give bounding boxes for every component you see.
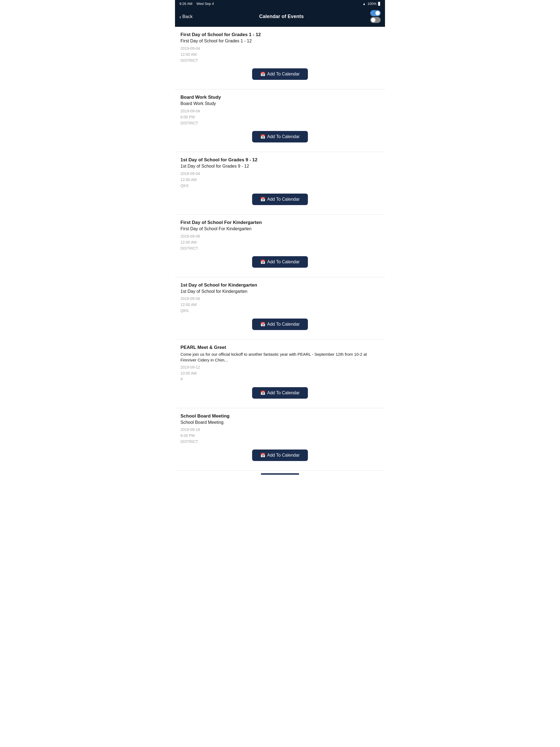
- event-date: 2019-09-12: [180, 364, 380, 370]
- event-description: Come join us for our official kickoff to…: [180, 351, 380, 363]
- add-to-calendar-button[interactable]: 📅Add To Calendar: [252, 68, 308, 80]
- event-time: 6:00 PM: [180, 433, 380, 439]
- event-item: PEARL Meet & GreetCome join us for our o…: [175, 340, 385, 408]
- event-title-main: First Day of School For Kindergarten: [180, 220, 380, 226]
- event-meta: 2019-09-06 12:00 AM QKS: [180, 296, 380, 314]
- calendar-icon: 📅: [260, 72, 265, 77]
- event-location: DISTRICT: [180, 58, 380, 63]
- button-row: 📅Add To Calendar: [180, 255, 380, 273]
- home-bar: [261, 473, 299, 475]
- event-meta: 2019-09-04 12:00 AM DISTRICT: [180, 46, 380, 63]
- toggle-switch-on[interactable]: [370, 10, 381, 16]
- event-date: 2019-09-18: [180, 427, 380, 433]
- page-title: Calendar of Events: [193, 14, 370, 19]
- event-item: School Board MeetingSchool Board Meeting…: [175, 408, 385, 471]
- button-row: 📅Add To Calendar: [180, 192, 380, 210]
- event-title-main: PEARL Meet & Greet: [180, 344, 380, 351]
- add-to-calendar-button[interactable]: 📅Add To Calendar: [252, 449, 308, 461]
- event-title-sub: First Day of School for Grades 1 - 12: [180, 38, 380, 44]
- back-button[interactable]: ‹ Back: [179, 14, 193, 19]
- event-title-sub: Board Work Study: [180, 101, 380, 107]
- event-item: First Day of School for Grades 1 - 12Fir…: [175, 27, 385, 89]
- event-time: 6:00 PM: [180, 114, 380, 120]
- back-label: Back: [182, 14, 193, 19]
- home-indicator: [175, 470, 385, 476]
- event-time: 12:00 AM: [180, 177, 380, 183]
- calendar-icon: 📅: [260, 197, 265, 202]
- event-time: 12:00 AM: [180, 52, 380, 57]
- status-bar: 9:26 AM Wed Sep 4 ▲ 100% ▊: [175, 0, 385, 7]
- status-icons: ▲ 100% ▊: [362, 2, 381, 6]
- calendar-icon: 📅: [260, 322, 265, 327]
- event-meta: 2019-09-12 10:00 AM P: [180, 364, 380, 382]
- calendar-icon: 📅: [260, 259, 265, 264]
- event-title-sub: 1st Day of School for Grades 9 - 12: [180, 163, 380, 169]
- event-location: QKS: [180, 183, 380, 189]
- calendar-icon: 📅: [260, 453, 265, 458]
- add-to-calendar-button[interactable]: 📅Add To Calendar: [252, 318, 308, 330]
- nav-bar: ‹ Back Calendar of Events: [175, 7, 385, 27]
- wifi-icon: ▲: [362, 2, 366, 6]
- event-title-main: 1st Day of School for Kindergarten: [180, 282, 380, 288]
- event-location: DISTRICT: [180, 246, 380, 251]
- status-time-date: 9:26 AM Wed Sep 4: [179, 2, 214, 6]
- add-to-calendar-button[interactable]: 📅Add To Calendar: [252, 131, 308, 143]
- event-title-main: School Board Meeting: [180, 413, 380, 419]
- event-date: 2019-09-04: [180, 171, 380, 177]
- add-to-calendar-button[interactable]: 📅Add To Calendar: [252, 256, 308, 268]
- event-time: 12:00 AM: [180, 302, 380, 308]
- event-location: QKS: [180, 308, 380, 314]
- event-title-sub: 1st Day of School for Kindergarten: [180, 289, 380, 294]
- event-title-main: Board Work Study: [180, 94, 380, 100]
- event-date: 2019-09-04: [180, 46, 380, 51]
- event-meta: 2019-09-04 12:00 AM QKS: [180, 171, 380, 189]
- event-date: 2019-09-06: [180, 233, 380, 239]
- add-to-calendar-button[interactable]: 📅Add To Calendar: [252, 387, 308, 398]
- battery-icon: ▊: [378, 2, 381, 6]
- battery-percentage: 100%: [367, 2, 377, 6]
- button-row: 📅Add To Calendar: [180, 317, 380, 335]
- event-time: 12:00 AM: [180, 239, 380, 245]
- event-title-sub: First Day of School For Kindergarten: [180, 226, 380, 232]
- button-row: 📅Add To Calendar: [180, 67, 380, 85]
- add-to-calendar-button[interactable]: 📅Add To Calendar: [252, 194, 308, 205]
- status-time: 9:26 AM: [179, 2, 193, 6]
- event-title-main: First Day of School for Grades 1 - 12: [180, 32, 380, 38]
- button-row: 📅Add To Calendar: [180, 130, 380, 148]
- button-row: 📅Add To Calendar: [180, 448, 380, 466]
- button-row: 📅Add To Calendar: [180, 386, 380, 404]
- event-meta: 2019-09-18 6:00 PM DISTRICT: [180, 427, 380, 445]
- event-date: 2019-09-04: [180, 108, 380, 114]
- event-meta: 2019-09-04 6:00 PM DISTRICT: [180, 108, 380, 126]
- status-date: Wed Sep 4: [196, 2, 214, 6]
- event-item: 1st Day of School for Kindergarten1st Da…: [175, 277, 385, 340]
- event-time: 10:00 AM: [180, 370, 380, 376]
- toggle-button[interactable]: [370, 10, 381, 23]
- toggle-switch-off[interactable]: [370, 17, 381, 23]
- event-date: 2019-09-06: [180, 296, 380, 302]
- back-chevron-icon: ‹: [179, 14, 181, 19]
- event-item: First Day of School For KindergartenFirs…: [175, 215, 385, 277]
- event-item: 1st Day of School for Grades 9 - 121st D…: [175, 152, 385, 215]
- calendar-icon: 📅: [260, 134, 265, 139]
- event-location: P: [180, 377, 380, 382]
- calendar-icon: 📅: [260, 390, 265, 395]
- events-list: First Day of School for Grades 1 - 12Fir…: [175, 27, 385, 470]
- event-location: DISTRICT: [180, 439, 380, 445]
- event-title-main: 1st Day of School for Grades 9 - 12: [180, 157, 380, 163]
- event-title-sub: School Board Meeting: [180, 420, 380, 426]
- event-meta: 2019-09-06 12:00 AM DISTRICT: [180, 233, 380, 251]
- event-location: DISTRICT: [180, 120, 380, 126]
- event-item: Board Work StudyBoard Work Study 2019-09…: [175, 89, 385, 152]
